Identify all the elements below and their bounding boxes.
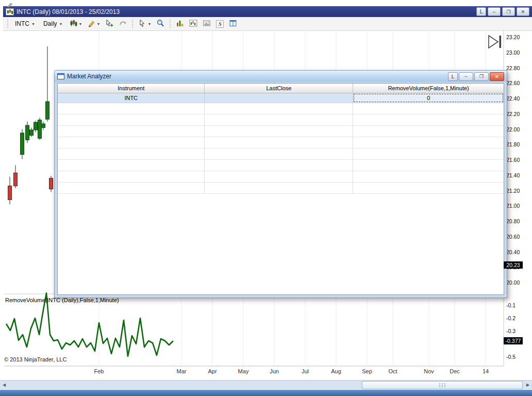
analyzer-empty-row [58,137,504,148]
analyzer-minimize-button[interactable]: – [459,72,473,81]
price-axis-label: 21.20 [506,188,520,194]
market-analyzer-title: Market Analyzer [67,73,111,80]
analyzer-data-row[interactable]: INTC 0 [58,93,504,103]
window-minimize-button[interactable]: – [488,7,501,16]
market-analyzer-window-icon [57,73,64,79]
market-analyzer-titlebar[interactable]: Market Analyzer L – ❐ ✕ [55,71,507,82]
chevron-down-icon: ▼ [147,22,151,26]
last-price-badge: 20.23 [504,261,523,269]
time-axis-label: 14 [483,368,489,374]
price-axis-label: 22.20 [506,111,520,117]
analyzer-empty-row [58,103,504,114]
zoom-icon [156,19,164,29]
pencil-icon [87,19,95,29]
time-axis-label: Oct [388,368,397,374]
properties-icon [229,19,237,29]
zoom-button[interactable] [154,18,167,30]
window-maximize-button[interactable]: ❐ [502,7,515,16]
instrument-selector[interactable]: INTC ▼ [11,19,39,29]
analyzer-column-header[interactable]: Instrument [58,84,205,93]
scrollbar-grip-icon [439,383,446,388]
chart-style-icon [70,19,78,29]
cell-instrument[interactable]: INTC [58,93,205,103]
indicator-axis-label: -0.2 [506,315,516,321]
price-axis[interactable]: 23.2023.0022.8022.6022.4022.2022.0021.80… [504,30,532,366]
price-axis-label: 20.40 [506,249,520,255]
time-axis[interactable]: FebMarAprMayJunJulAugSepOctNovDec14 [0,366,504,380]
time-axis-label: Mar [177,368,187,374]
chart-style-button[interactable]: ▼ [68,18,85,30]
data-series-icon [176,19,184,29]
time-axis-label: Jun [270,368,279,374]
analyzer-column-header[interactable]: RemoveVolume(False,1,Minute) [353,84,504,93]
copyright-text: © 2013 NinjaTrader, LLC [4,356,66,362]
scroll-left-arrow-icon[interactable]: ◀ [0,381,8,389]
analyzer-close-button[interactable]: ✕ [490,72,504,81]
scroll-right-arrow-icon[interactable]: ▶ [524,381,532,389]
price-axis-label: 20.00 [506,279,520,286]
indicators-icon [189,19,197,29]
chevron-down-icon: ▼ [79,22,82,26]
time-axis-label: May [238,368,249,374]
indicator-axis-label: -0.5 [506,354,516,360]
reload-icon [119,19,127,29]
toolbar-grip[interactable] [7,20,8,28]
analyzer-column-header[interactable]: LastClose [205,84,353,93]
cell-removevolume[interactable]: 0 [353,93,504,103]
chart-toolbar: INTC ▼ Daily ▼ ▼ ▼ ▼ [3,17,532,31]
analyzer-empty-row [58,148,504,160]
time-axis-label: Apr [208,368,217,374]
time-axis-label: Jul [302,368,309,374]
analyzer-lock-button[interactable]: L [448,72,458,81]
data-series-button[interactable] [174,18,186,30]
analyzer-header-row: InstrumentLastCloseRemoveVolume(False,1,… [58,84,504,93]
taskbar-edge [0,390,532,396]
analyzer-empty-row [58,126,504,137]
window-title: INTC (Daily) 08/01/2013 - 25/02/2013 [16,8,120,15]
price-axis-label: 21.80 [506,141,520,147]
time-axis-label: Aug [331,368,341,374]
instrument-label: INTC [15,20,29,27]
price-axis-label: 21.00 [506,203,520,209]
snapshot-icon [203,19,211,29]
analyzer-empty-row [58,114,504,126]
analyzer-empty-row [58,171,504,183]
reload-button[interactable] [117,18,129,30]
toolbar-grip[interactable] [170,20,171,28]
window-close-button[interactable]: ✕ [517,7,529,16]
time-axis-label: Feb [94,368,104,374]
chevron-down-icon: ▼ [59,22,63,26]
market-analyzer-window: Market Analyzer L – ❐ ✕ InstrumentLastCl… [54,70,507,298]
cell-lastclose[interactable] [205,93,353,103]
price-axis-label: 21.60 [506,157,520,163]
analyzer-empty-rows [58,103,504,194]
period-selector[interactable]: Daily ▼ [40,19,66,29]
price-axis-label: 21.40 [506,172,520,178]
pointer-add-icon [105,19,113,29]
toolbar-grip[interactable] [132,20,133,28]
time-axis-label: Sep [362,368,372,374]
snapshot-button[interactable] [201,18,213,30]
price-axis-label: 22.60 [506,80,520,86]
ninjatrader-chart-window: INTC (Daily) 08/01/2013 - 25/02/2013 L –… [0,0,532,396]
cursor-icon [138,19,146,29]
chevron-down-icon: ▼ [31,22,35,26]
scrollbar-thumb[interactable] [362,381,523,389]
window-lock-button[interactable]: L [476,7,486,16]
drawing-tools-button[interactable]: ▼ [85,18,102,30]
price-axis-label: 22.80 [506,65,520,71]
cursor-mode-button[interactable]: ▼ [136,18,153,30]
indicator-axis-label: -0.1 [506,302,516,308]
window-titlebar[interactable]: INTC (Daily) 08/01/2013 - 25/02/2013 L –… [3,6,532,17]
indicators-button[interactable] [187,18,200,30]
time-axis-label: Nov [424,368,434,374]
strategies-button[interactable]: S [214,19,226,29]
analyzer-empty-row [58,160,504,171]
add-indicator-button[interactable] [103,18,115,30]
analyzer-maximize-button[interactable]: ❐ [474,72,489,81]
strategies-icon: S [216,20,224,28]
indicator-axis-label: -0.3 [506,328,516,334]
screen-edge-artifact-icon [7,0,13,9]
horizontal-scrollbar[interactable]: ◀ ▶ [0,380,532,389]
properties-button[interactable] [227,18,239,30]
